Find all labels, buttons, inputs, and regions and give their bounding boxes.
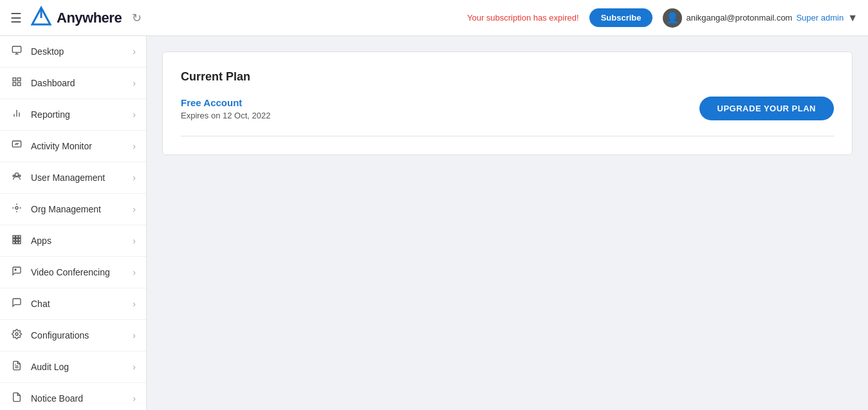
sidebar-chevron-notice-board: › xyxy=(133,393,136,404)
svg-rect-6 xyxy=(17,78,21,81)
sidebar-item-label-user-management: User Management xyxy=(31,172,105,183)
sidebar-item-label-org-management: Org Management xyxy=(31,204,101,214)
navbar-right: Your subscription has expired! Subscribe… xyxy=(467,8,858,28)
user-email: anikgangal@protonmail.com xyxy=(686,13,792,23)
sidebar-chevron-audit-log: › xyxy=(133,362,136,372)
video-conferencing-icon xyxy=(10,266,23,279)
notice-board-icon xyxy=(10,392,23,405)
subscribe-button[interactable]: Subscribe xyxy=(589,8,653,27)
svg-rect-20 xyxy=(13,239,15,241)
svg-point-13 xyxy=(15,173,18,176)
plan-expires: Expires on 12 Oct, 2022 xyxy=(181,111,270,120)
sidebar-item-configurations[interactable]: Configurations › xyxy=(0,320,146,351)
plan-info: Free Account Expires on 12 Oct, 2022 xyxy=(181,97,270,120)
user-dropdown-arrow-icon: ▼ xyxy=(847,12,858,24)
sidebar-chevron-org-management: › xyxy=(133,204,136,214)
layout: Desktop › Dashboard › Reporting › Activi… xyxy=(0,36,868,410)
sidebar-item-video-conferencing[interactable]: Video Conferencing › xyxy=(0,257,146,288)
user-management-icon xyxy=(10,171,23,184)
svg-point-15 xyxy=(19,175,21,177)
current-plan-card: Current Plan Free Account Expires on 12 … xyxy=(162,51,853,155)
svg-rect-2 xyxy=(12,46,21,52)
sidebar-item-label-reporting: Reporting xyxy=(31,109,70,120)
sidebar-item-label-desktop: Desktop xyxy=(31,46,64,57)
desktop-icon xyxy=(10,45,23,58)
hamburger-icon[interactable]: ☰ xyxy=(10,10,22,26)
user-role: Super admin xyxy=(796,13,844,23)
plan-name: Free Account xyxy=(181,97,270,108)
svg-rect-24 xyxy=(16,241,18,243)
svg-rect-23 xyxy=(13,241,15,243)
activity-monitor-icon xyxy=(10,140,23,153)
sidebar-item-left-user-management: User Management xyxy=(10,171,105,184)
sidebar-item-left-reporting: Reporting xyxy=(10,108,70,121)
sidebar-item-left-notice-board: Notice Board xyxy=(10,392,83,405)
svg-rect-19 xyxy=(19,236,21,238)
chat-icon xyxy=(10,297,23,310)
sidebar-item-left-org-management: Org Management xyxy=(10,203,101,216)
sidebar-chevron-desktop: › xyxy=(133,46,136,57)
sidebar-chevron-configurations: › xyxy=(133,330,136,340)
logo-container: Anywhere xyxy=(30,5,122,31)
svg-point-27 xyxy=(15,333,18,335)
svg-point-14 xyxy=(13,175,15,177)
apps-icon xyxy=(10,234,23,247)
sidebar-item-reporting[interactable]: Reporting › xyxy=(0,99,146,131)
svg-rect-18 xyxy=(16,236,18,238)
sidebar-item-left-chat: Chat xyxy=(10,297,50,310)
sidebar-chevron-activity-monitor: › xyxy=(133,141,136,151)
svg-rect-17 xyxy=(13,236,15,238)
user-avatar-icon: 👤 xyxy=(663,8,682,28)
sidebar-item-left-video-conferencing: Video Conferencing xyxy=(10,266,110,279)
sidebar-chevron-user-management: › xyxy=(133,172,136,183)
svg-rect-7 xyxy=(13,82,16,86)
svg-rect-25 xyxy=(19,241,21,243)
sidebar-item-activity-monitor[interactable]: Activity Monitor › xyxy=(0,131,146,162)
subscription-expired-text: Your subscription has expired! xyxy=(467,13,579,23)
logo-text: Anywhere xyxy=(57,10,122,26)
sidebar-item-left-apps: Apps xyxy=(10,234,51,247)
card-title: Current Plan xyxy=(181,70,834,84)
sidebar-item-left-dashboard: Dashboard xyxy=(10,77,75,89)
sidebar-item-label-chat: Chat xyxy=(31,299,50,309)
sidebar-item-desktop[interactable]: Desktop › xyxy=(0,36,146,68)
main-content: Current Plan Free Account Expires on 12 … xyxy=(147,36,868,410)
sidebar-item-user-management[interactable]: User Management › xyxy=(0,162,146,194)
sidebar-item-apps[interactable]: Apps › xyxy=(0,225,146,257)
audit-log-icon xyxy=(10,360,23,373)
sidebar-item-label-dashboard: Dashboard xyxy=(31,78,75,88)
sidebar-item-left-configurations: Configurations xyxy=(10,329,89,342)
sidebar-item-notice-board[interactable]: Notice Board › xyxy=(0,383,146,410)
svg-point-16 xyxy=(15,207,18,209)
sidebar-item-chat[interactable]: Chat › xyxy=(0,288,146,320)
logo-icon xyxy=(30,5,53,31)
sidebar-item-label-video-conferencing: Video Conferencing xyxy=(31,267,110,277)
sidebar-chevron-video-conferencing: › xyxy=(133,267,136,277)
navbar: ☰ Anywhere ↻ Your subscription has expir… xyxy=(0,0,868,36)
sidebar-item-label-notice-board: Notice Board xyxy=(31,393,83,404)
svg-rect-22 xyxy=(19,239,21,241)
sidebar-chevron-apps: › xyxy=(133,236,136,246)
reporting-icon xyxy=(10,108,23,121)
user-info[interactable]: 👤 anikgangal@protonmail.com Super admin … xyxy=(663,8,858,28)
sidebar-chevron-dashboard: › xyxy=(133,78,136,88)
sidebar-item-audit-log[interactable]: Audit Log › xyxy=(0,351,146,383)
sidebar-item-label-apps: Apps xyxy=(31,236,51,246)
navbar-left: ☰ Anywhere ↻ xyxy=(10,5,142,31)
configurations-icon xyxy=(10,329,23,342)
sidebar-item-org-management[interactable]: Org Management › xyxy=(0,194,146,225)
org-management-icon xyxy=(10,203,23,216)
sidebar-chevron-chat: › xyxy=(133,299,136,309)
sidebar-item-label-configurations: Configurations xyxy=(31,330,89,340)
upgrade-plan-button[interactable]: UPGRADE YOUR PLAN xyxy=(699,97,834,120)
refresh-icon[interactable]: ↻ xyxy=(132,11,142,25)
sidebar-item-dashboard[interactable]: Dashboard › xyxy=(0,68,146,99)
sidebar-item-left-desktop: Desktop xyxy=(10,45,64,58)
sidebar-item-label-audit-log: Audit Log xyxy=(31,362,69,372)
svg-rect-5 xyxy=(13,78,16,81)
sidebar-chevron-reporting: › xyxy=(133,109,136,120)
dashboard-icon xyxy=(10,77,23,89)
sidebar-item-left-activity-monitor: Activity Monitor xyxy=(10,140,92,153)
sidebar-item-left-audit-log: Audit Log xyxy=(10,360,69,373)
svg-rect-21 xyxy=(16,239,18,241)
